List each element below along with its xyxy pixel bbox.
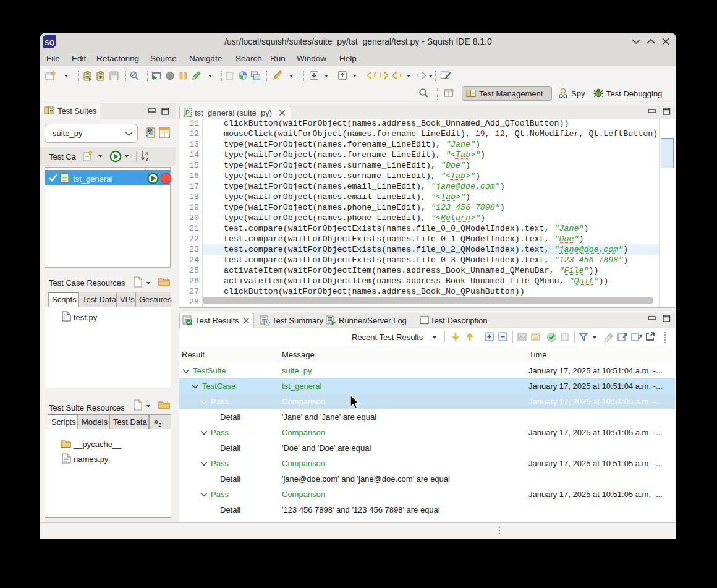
svg-text:z: z (146, 155, 149, 162)
svg-text:P: P (185, 109, 190, 116)
